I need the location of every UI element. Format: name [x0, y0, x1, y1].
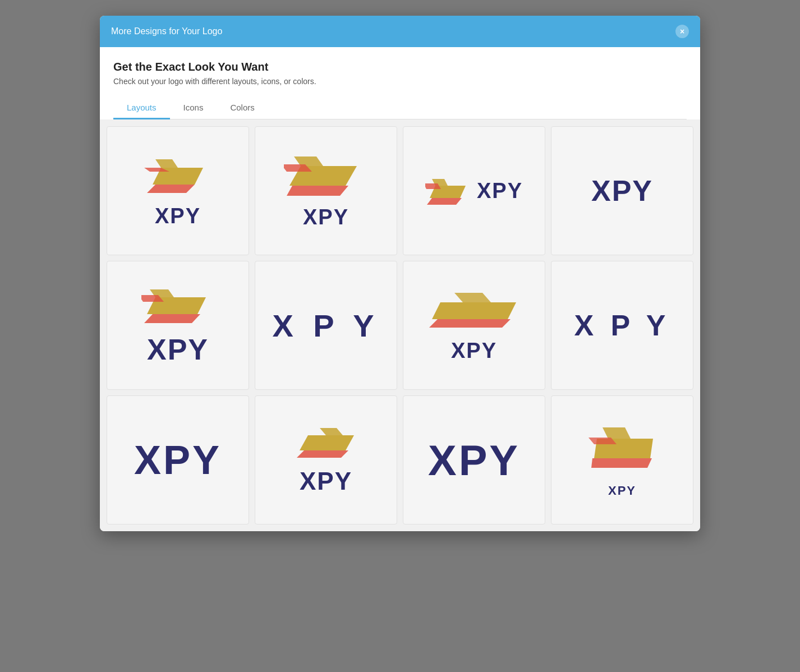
svg-marker-20 — [297, 450, 348, 458]
dialog-main-title: Get the Exact Look You Want — [113, 61, 687, 73]
logo-icon-12 — [586, 422, 659, 478]
logo-card-5[interactable]: XPY — [107, 261, 249, 390]
brand-text-9: XPY — [134, 437, 222, 483]
brand-text-11: XPY — [428, 436, 520, 485]
logo-card-8[interactable]: X P Y — [551, 261, 693, 390]
logo-icon-10 — [295, 425, 357, 462]
brand-text-2: XPY — [303, 205, 349, 229]
brand-text-10: XPY — [300, 467, 352, 495]
logo-card-4[interactable]: XPY — [551, 126, 693, 255]
tab-bar: Layouts Icons Colors — [113, 97, 687, 119]
svg-marker-24 — [603, 427, 631, 439]
svg-marker-1 — [147, 185, 195, 193]
brand-text-4: XPY — [591, 174, 653, 208]
svg-marker-2 — [155, 159, 178, 168]
logo-icon-7 — [429, 288, 519, 333]
svg-marker-19 — [300, 435, 354, 450]
svg-marker-17 — [429, 319, 511, 328]
tab-colors[interactable]: Colors — [217, 97, 268, 119]
dialog-subtitle: Check out your logo with different layou… — [113, 77, 687, 86]
dialog-header-title: More Designs for Your Logo — [111, 26, 222, 36]
logo-grid: XPY XPY — [100, 119, 700, 531]
logo-card-3[interactable]: XPY — [403, 126, 545, 255]
brand-text-7: XPY — [451, 339, 497, 363]
logo-card-7[interactable]: XPY — [403, 261, 545, 390]
dialog-header: More Designs for Your Logo × — [100, 16, 700, 47]
logo-icon-3 — [425, 176, 470, 206]
logo-card-12[interactable]: XPY — [551, 395, 693, 524]
tab-layouts[interactable]: Layouts — [113, 97, 170, 119]
dialog-body: Get the Exact Look You Want Check out yo… — [100, 47, 700, 119]
logo-card-6[interactable]: X P Y — [255, 261, 397, 390]
logo-icon-5 — [141, 285, 214, 327]
logo-card-2[interactable]: XPY — [255, 126, 397, 255]
svg-marker-23 — [591, 458, 652, 468]
brand-text-12: XPY — [608, 484, 636, 498]
svg-marker-18 — [454, 293, 491, 302]
logo-card-11[interactable]: XPY — [403, 395, 545, 524]
brand-text-1: XPY — [155, 204, 201, 228]
svg-marker-13 — [144, 314, 200, 323]
tab-icons[interactable]: Icons — [170, 97, 217, 119]
close-button[interactable]: × — [675, 25, 689, 38]
logo-icon-2 — [284, 152, 368, 200]
svg-marker-9 — [427, 198, 462, 205]
logo-card-10[interactable]: XPY — [255, 395, 397, 524]
brand-text-6: X P Y — [272, 307, 379, 344]
svg-marker-5 — [287, 186, 348, 196]
brand-text-5: XPY — [147, 333, 209, 366]
svg-marker-16 — [432, 302, 516, 319]
logo-icon-1 — [144, 154, 212, 199]
brand-text-3: XPY — [477, 179, 523, 203]
logo-card-1[interactable]: XPY — [107, 126, 249, 255]
logo-card-9[interactable]: XPY — [107, 395, 249, 524]
svg-marker-21 — [320, 428, 343, 435]
dialog: More Designs for Your Logo × Get the Exa… — [100, 16, 700, 531]
brand-text-8: X P Y — [574, 309, 670, 342]
